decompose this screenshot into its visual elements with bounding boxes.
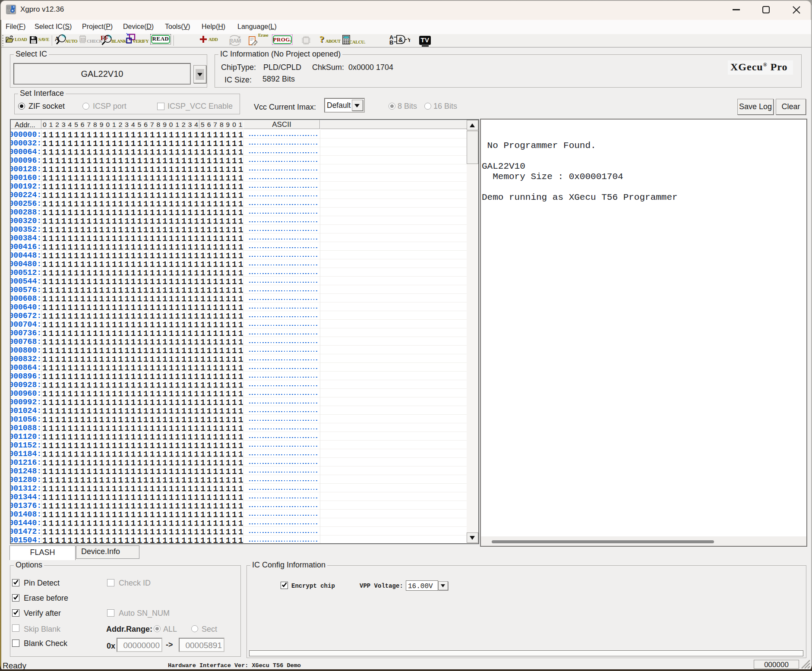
svg-text:&: &: [398, 36, 403, 43]
svg-text:FF: FF: [101, 35, 108, 41]
svg-text:ID: ID: [80, 37, 85, 42]
svg-text:B: B: [389, 39, 393, 46]
svg-text:Y: Y: [408, 37, 410, 43]
